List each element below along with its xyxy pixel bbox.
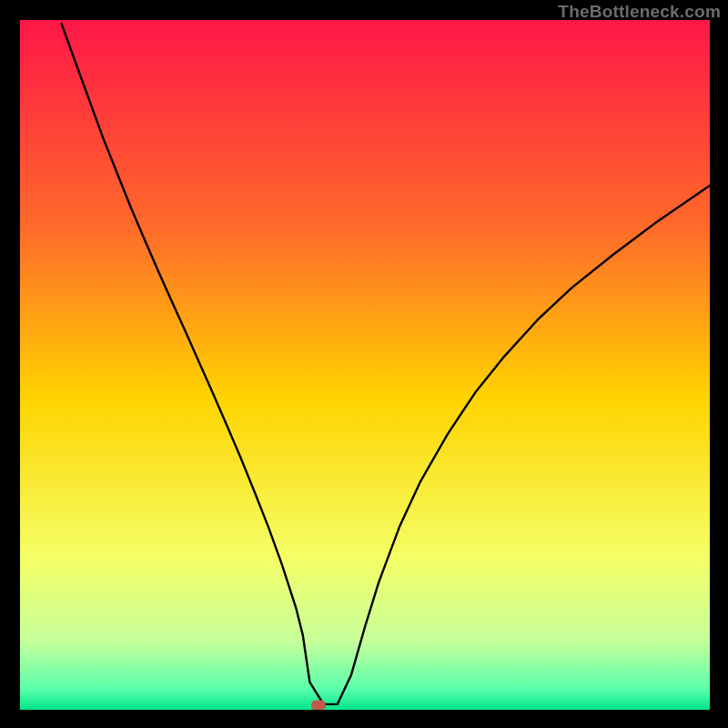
curve-svg bbox=[20, 20, 710, 710]
bottleneck-curve bbox=[62, 24, 711, 704]
minimum-marker bbox=[311, 701, 326, 710]
plot-area bbox=[20, 20, 710, 710]
plot-frame bbox=[0, 0, 728, 728]
watermark-text: TheBottleneck.com bbox=[558, 2, 721, 22]
